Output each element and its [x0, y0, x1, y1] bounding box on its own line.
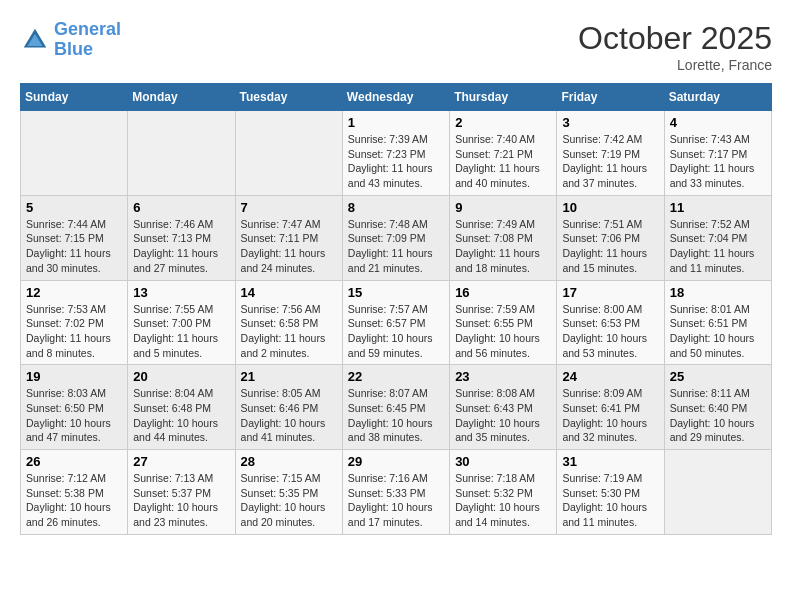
calendar-cell: 19Sunrise: 8:03 AM Sunset: 6:50 PM Dayli… [21, 365, 128, 450]
day-info: Sunrise: 7:48 AM Sunset: 7:09 PM Dayligh… [348, 217, 444, 276]
calendar-cell: 4Sunrise: 7:43 AM Sunset: 7:17 PM Daylig… [664, 111, 771, 196]
day-info: Sunrise: 7:12 AM Sunset: 5:38 PM Dayligh… [26, 471, 122, 530]
weekday-header-tuesday: Tuesday [235, 84, 342, 111]
calendar-cell: 10Sunrise: 7:51 AM Sunset: 7:06 PM Dayli… [557, 195, 664, 280]
weekday-header-thursday: Thursday [450, 84, 557, 111]
calendar-cell: 7Sunrise: 7:47 AM Sunset: 7:11 PM Daylig… [235, 195, 342, 280]
weekday-header-friday: Friday [557, 84, 664, 111]
calendar-cell: 15Sunrise: 7:57 AM Sunset: 6:57 PM Dayli… [342, 280, 449, 365]
day-number: 26 [26, 454, 122, 469]
calendar-cell: 5Sunrise: 7:44 AM Sunset: 7:15 PM Daylig… [21, 195, 128, 280]
day-number: 22 [348, 369, 444, 384]
day-info: Sunrise: 8:03 AM Sunset: 6:50 PM Dayligh… [26, 386, 122, 445]
day-info: Sunrise: 7:52 AM Sunset: 7:04 PM Dayligh… [670, 217, 766, 276]
day-info: Sunrise: 8:04 AM Sunset: 6:48 PM Dayligh… [133, 386, 229, 445]
calendar-cell: 18Sunrise: 8:01 AM Sunset: 6:51 PM Dayli… [664, 280, 771, 365]
day-number: 18 [670, 285, 766, 300]
logo-line1: General [54, 19, 121, 39]
day-number: 17 [562, 285, 658, 300]
week-row-3: 12Sunrise: 7:53 AM Sunset: 7:02 PM Dayli… [21, 280, 772, 365]
calendar-cell: 12Sunrise: 7:53 AM Sunset: 7:02 PM Dayli… [21, 280, 128, 365]
day-number: 27 [133, 454, 229, 469]
day-info: Sunrise: 8:00 AM Sunset: 6:53 PM Dayligh… [562, 302, 658, 361]
week-row-5: 26Sunrise: 7:12 AM Sunset: 5:38 PM Dayli… [21, 450, 772, 535]
calendar-cell: 8Sunrise: 7:48 AM Sunset: 7:09 PM Daylig… [342, 195, 449, 280]
day-number: 30 [455, 454, 551, 469]
calendar-cell: 29Sunrise: 7:16 AM Sunset: 5:33 PM Dayli… [342, 450, 449, 535]
day-info: Sunrise: 8:07 AM Sunset: 6:45 PM Dayligh… [348, 386, 444, 445]
logo: General Blue [20, 20, 121, 60]
day-number: 28 [241, 454, 337, 469]
day-number: 8 [348, 200, 444, 215]
calendar-cell [664, 450, 771, 535]
day-number: 29 [348, 454, 444, 469]
calendar-cell: 13Sunrise: 7:55 AM Sunset: 7:00 PM Dayli… [128, 280, 235, 365]
calendar-cell: 1Sunrise: 7:39 AM Sunset: 7:23 PM Daylig… [342, 111, 449, 196]
calendar-cell: 3Sunrise: 7:42 AM Sunset: 7:19 PM Daylig… [557, 111, 664, 196]
day-number: 14 [241, 285, 337, 300]
day-number: 24 [562, 369, 658, 384]
day-info: Sunrise: 8:05 AM Sunset: 6:46 PM Dayligh… [241, 386, 337, 445]
day-info: Sunrise: 7:40 AM Sunset: 7:21 PM Dayligh… [455, 132, 551, 191]
calendar-cell: 9Sunrise: 7:49 AM Sunset: 7:08 PM Daylig… [450, 195, 557, 280]
week-row-1: 1Sunrise: 7:39 AM Sunset: 7:23 PM Daylig… [21, 111, 772, 196]
logo-icon [20, 25, 50, 55]
weekday-header-row: SundayMondayTuesdayWednesdayThursdayFrid… [21, 84, 772, 111]
day-info: Sunrise: 8:08 AM Sunset: 6:43 PM Dayligh… [455, 386, 551, 445]
day-info: Sunrise: 7:46 AM Sunset: 7:13 PM Dayligh… [133, 217, 229, 276]
day-info: Sunrise: 7:51 AM Sunset: 7:06 PM Dayligh… [562, 217, 658, 276]
calendar-cell: 16Sunrise: 7:59 AM Sunset: 6:55 PM Dayli… [450, 280, 557, 365]
calendar-cell: 25Sunrise: 8:11 AM Sunset: 6:40 PM Dayli… [664, 365, 771, 450]
day-info: Sunrise: 7:59 AM Sunset: 6:55 PM Dayligh… [455, 302, 551, 361]
day-number: 5 [26, 200, 122, 215]
calendar-cell: 28Sunrise: 7:15 AM Sunset: 5:35 PM Dayli… [235, 450, 342, 535]
calendar-cell: 26Sunrise: 7:12 AM Sunset: 5:38 PM Dayli… [21, 450, 128, 535]
day-info: Sunrise: 7:16 AM Sunset: 5:33 PM Dayligh… [348, 471, 444, 530]
calendar-cell: 21Sunrise: 8:05 AM Sunset: 6:46 PM Dayli… [235, 365, 342, 450]
page-header: General Blue October 2025 Lorette, Franc… [20, 20, 772, 73]
calendar-cell: 23Sunrise: 8:08 AM Sunset: 6:43 PM Dayli… [450, 365, 557, 450]
day-info: Sunrise: 8:11 AM Sunset: 6:40 PM Dayligh… [670, 386, 766, 445]
logo-text: General Blue [54, 20, 121, 60]
weekday-header-sunday: Sunday [21, 84, 128, 111]
weekday-header-monday: Monday [128, 84, 235, 111]
location: Lorette, France [578, 57, 772, 73]
day-number: 4 [670, 115, 766, 130]
calendar-cell: 22Sunrise: 8:07 AM Sunset: 6:45 PM Dayli… [342, 365, 449, 450]
title-block: October 2025 Lorette, France [578, 20, 772, 73]
day-number: 19 [26, 369, 122, 384]
day-number: 11 [670, 200, 766, 215]
calendar-cell: 24Sunrise: 8:09 AM Sunset: 6:41 PM Dayli… [557, 365, 664, 450]
day-info: Sunrise: 7:49 AM Sunset: 7:08 PM Dayligh… [455, 217, 551, 276]
day-number: 12 [26, 285, 122, 300]
day-number: 7 [241, 200, 337, 215]
day-number: 1 [348, 115, 444, 130]
day-info: Sunrise: 8:09 AM Sunset: 6:41 PM Dayligh… [562, 386, 658, 445]
day-number: 20 [133, 369, 229, 384]
month-title: October 2025 [578, 20, 772, 57]
day-number: 3 [562, 115, 658, 130]
calendar-cell: 2Sunrise: 7:40 AM Sunset: 7:21 PM Daylig… [450, 111, 557, 196]
day-info: Sunrise: 7:55 AM Sunset: 7:00 PM Dayligh… [133, 302, 229, 361]
day-info: Sunrise: 7:56 AM Sunset: 6:58 PM Dayligh… [241, 302, 337, 361]
week-row-4: 19Sunrise: 8:03 AM Sunset: 6:50 PM Dayli… [21, 365, 772, 450]
day-number: 16 [455, 285, 551, 300]
day-number: 10 [562, 200, 658, 215]
calendar-cell [128, 111, 235, 196]
day-number: 13 [133, 285, 229, 300]
day-info: Sunrise: 7:13 AM Sunset: 5:37 PM Dayligh… [133, 471, 229, 530]
calendar-cell: 17Sunrise: 8:00 AM Sunset: 6:53 PM Dayli… [557, 280, 664, 365]
day-info: Sunrise: 7:43 AM Sunset: 7:17 PM Dayligh… [670, 132, 766, 191]
calendar-cell: 6Sunrise: 7:46 AM Sunset: 7:13 PM Daylig… [128, 195, 235, 280]
day-info: Sunrise: 7:53 AM Sunset: 7:02 PM Dayligh… [26, 302, 122, 361]
calendar-cell: 14Sunrise: 7:56 AM Sunset: 6:58 PM Dayli… [235, 280, 342, 365]
calendar-cell: 11Sunrise: 7:52 AM Sunset: 7:04 PM Dayli… [664, 195, 771, 280]
calendar-cell: 27Sunrise: 7:13 AM Sunset: 5:37 PM Dayli… [128, 450, 235, 535]
calendar-cell [235, 111, 342, 196]
day-info: Sunrise: 7:44 AM Sunset: 7:15 PM Dayligh… [26, 217, 122, 276]
week-row-2: 5Sunrise: 7:44 AM Sunset: 7:15 PM Daylig… [21, 195, 772, 280]
day-info: Sunrise: 7:42 AM Sunset: 7:19 PM Dayligh… [562, 132, 658, 191]
day-number: 15 [348, 285, 444, 300]
day-info: Sunrise: 7:47 AM Sunset: 7:11 PM Dayligh… [241, 217, 337, 276]
weekday-header-saturday: Saturday [664, 84, 771, 111]
